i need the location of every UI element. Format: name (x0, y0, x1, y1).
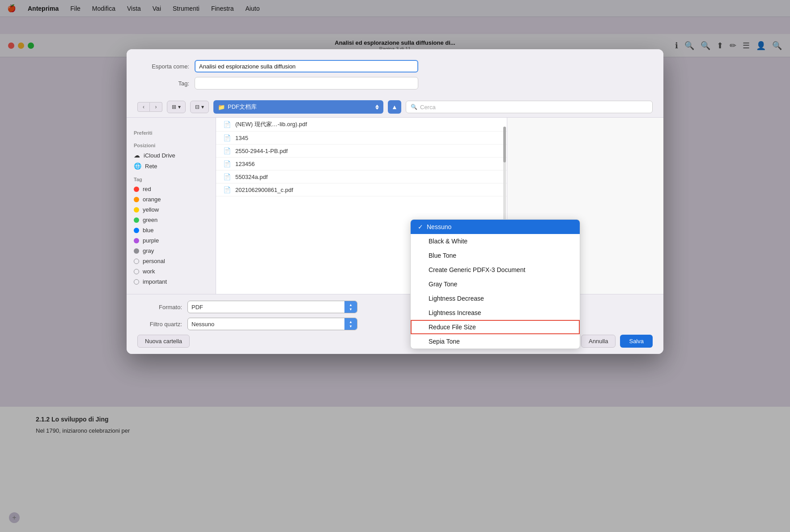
dialog-bottom: Formato: PDF ▲ ▼ Filtro quartz: Nessuno (127, 294, 663, 354)
format-value: PDF (188, 304, 344, 311)
gray-label: gray (143, 247, 154, 254)
dropdown-item-lightness-increase[interactable]: Lightness Increase (411, 306, 580, 320)
file-item-1[interactable]: 📄 1345 (216, 132, 507, 145)
save-dialog: Esporta come: Tag: ‹ › ⊞ ▾ ⊟ ▾ (127, 49, 663, 354)
sidebar-item-work[interactable]: work (127, 266, 216, 277)
purple-dot-icon (134, 238, 139, 243)
format-select[interactable]: PDF ▲ ▼ (187, 301, 357, 313)
sidebar-section-posizioni: Posizioni (127, 141, 216, 150)
sidebar-item-orange[interactable]: orange (127, 194, 216, 204)
checkmark-icon: ✓ (418, 223, 423, 230)
chevron-up-down-icon: ▲ ▼ (349, 303, 353, 311)
dropdown-label-gray-tone: Gray Tone (429, 281, 457, 288)
salva-button[interactable]: Salva (620, 335, 653, 348)
file-name-3: 123456 (235, 161, 255, 167)
sidebar-item-rete[interactable]: 🌐 Rete (127, 161, 216, 171)
location-dropdown[interactable]: 📁 PDF文档库 (213, 100, 383, 114)
column-view-icon: ⊞ (172, 104, 176, 110)
pdf-icon-0: 📄 (223, 121, 231, 128)
file-item-0[interactable]: 📄 (NEW) 现代家…-lib.org).pdf (216, 118, 507, 132)
location-text: 📁 PDF文档库 (218, 103, 257, 111)
yellow-dot-icon (134, 207, 139, 213)
gray-dot-icon (134, 248, 139, 254)
quartz-dropdown-menu: ✓ Nessuno Black & White Blue Tone Create… (410, 219, 580, 349)
green-label: green (143, 217, 157, 223)
dropdown-item-blue-tone[interactable]: Blue Tone (411, 248, 580, 263)
nuova-cartella-button[interactable]: Nuova cartella (137, 335, 190, 348)
dropdown-item-generic-pdfx[interactable]: Create Generic PDFX-3 Document (411, 263, 580, 277)
quartz-filter-select[interactable]: Nessuno ▲ ▼ (187, 318, 357, 330)
dropdown-label-reduce-file-size: Reduce File Size (429, 323, 476, 331)
column-view-button[interactable]: ⊞ ▾ (167, 101, 186, 113)
filtro-label: Filtro quartz: (137, 321, 182, 328)
file-item-3[interactable]: 📄 123456 (216, 157, 507, 170)
dialog-top: Esporta come: Tag: (127, 49, 663, 97)
dropdown-label-generic-pdfx: Create Generic PDFX-3 Document (429, 266, 525, 273)
orange-dot-icon (134, 197, 139, 202)
arrow-down-icon (375, 107, 379, 110)
quartz-select-arrow: ▲ ▼ (344, 318, 357, 330)
file-item-5[interactable]: 📄 2021062900861_c.pdf (216, 183, 507, 196)
search-box[interactable]: 🔍 Cerca (406, 101, 653, 113)
search-placeholder: Cerca (420, 104, 436, 111)
sidebar-item-important[interactable]: important (127, 277, 216, 287)
sidebar-item-gray[interactable]: gray (127, 246, 216, 256)
personal-label: personal (143, 258, 165, 264)
annulla-button[interactable]: Annulla (581, 335, 616, 348)
pdf-icon-4: 📄 (223, 173, 231, 180)
dropdown-item-lightness-decrease[interactable]: Lightness Decrease (411, 291, 580, 306)
grid-view-icon: ⊟ (195, 104, 200, 110)
file-item-4[interactable]: 📄 550324a.pdf (216, 170, 507, 183)
esporta-label: Esporta come: (144, 63, 189, 70)
expand-button[interactable]: ▲ (388, 100, 401, 114)
nav-forward-button[interactable]: › (150, 102, 162, 112)
orange-label: orange (143, 196, 161, 203)
pdf-icon-3: 📄 (223, 160, 231, 167)
file-item-2[interactable]: 📄 2550-2944-1-PB.pdf (216, 145, 507, 157)
format-select-arrow: ▲ ▼ (344, 301, 357, 313)
pdf-icon-2: 📄 (223, 147, 231, 154)
sidebar-item-purple[interactable]: purple (127, 235, 216, 246)
tag-input[interactable] (195, 77, 418, 89)
globe-icon: 🌐 (134, 162, 141, 170)
location-arrows (375, 105, 379, 110)
rete-label: Rete (145, 163, 157, 170)
sidebar-item-blue[interactable]: blue (127, 225, 216, 235)
blue-dot-icon (134, 228, 139, 233)
filename-input[interactable] (195, 60, 418, 72)
nav-back-button[interactable]: ‹ (137, 102, 150, 112)
sidebar-item-personal[interactable]: personal (127, 256, 216, 266)
dropdown-label-bw: Black & White (429, 238, 467, 245)
file-name-0: (NEW) 现代家…-lib.org).pdf (235, 120, 307, 128)
scroll-thumb (503, 127, 506, 162)
grid-view-button[interactable]: ⊟ ▾ (190, 101, 209, 113)
pdf-icon-5: 📄 (223, 186, 231, 193)
dialog-body: Preferiti Posizioni ☁ iCloud Drive 🌐 Ret… (127, 118, 663, 294)
work-dot-icon (134, 269, 139, 274)
cloud-icon: ☁ (134, 152, 140, 159)
dialog-toolbar: ‹ › ⊞ ▾ ⊟ ▾ 📁 PDF文档库 (127, 97, 663, 118)
chevron-updown-icon: ▲ ▼ (349, 320, 353, 328)
dialog-sidebar: Preferiti Posizioni ☁ iCloud Drive 🌐 Ret… (127, 118, 216, 294)
grid-view-chevron: ▾ (201, 104, 204, 110)
important-dot-icon (134, 279, 139, 285)
file-name-2: 2550-2944-1-PB.pdf (235, 148, 288, 154)
dropdown-item-nessuno[interactable]: ✓ Nessuno (411, 220, 580, 234)
icloud-label: iCloud Drive (144, 152, 175, 159)
dropdown-item-reduce-file-size[interactable]: Reduce File Size (411, 320, 580, 334)
sidebar-item-yellow[interactable]: yellow (127, 204, 216, 215)
dropdown-label-lightness-decrease: Lightness Decrease (429, 295, 484, 302)
file-name-4: 550324a.pdf (235, 174, 268, 180)
blue-label: blue (143, 227, 154, 234)
dropdown-item-bw[interactable]: Black & White (411, 234, 580, 248)
important-label: important (143, 278, 167, 285)
sidebar-item-icloud[interactable]: ☁ iCloud Drive (127, 150, 216, 161)
tag-row: Tag: (144, 77, 646, 89)
pdf-icon-1: 📄 (223, 134, 231, 141)
dropdown-item-gray-tone[interactable]: Gray Tone (411, 277, 580, 291)
dropdown-item-sepia-tone[interactable]: Sepia Tone (411, 334, 580, 349)
formato-label: Formato: (137, 304, 182, 311)
dropdown-label-blue-tone: Blue Tone (429, 252, 456, 259)
sidebar-item-green[interactable]: green (127, 215, 216, 225)
sidebar-item-red[interactable]: red (127, 184, 216, 194)
